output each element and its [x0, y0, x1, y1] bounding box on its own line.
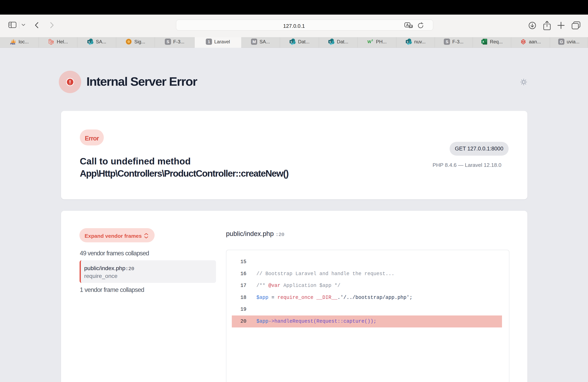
svg-text:X: X — [483, 40, 484, 43]
svg-text:S: S — [407, 40, 408, 43]
svg-text:W: W — [367, 39, 371, 44]
svg-text:3: 3 — [371, 39, 373, 42]
svg-text:S: S — [329, 40, 331, 43]
svg-text:S: S — [291, 40, 293, 43]
svg-text:PMA: PMA — [10, 42, 15, 45]
svg-text:S: S — [88, 40, 90, 43]
